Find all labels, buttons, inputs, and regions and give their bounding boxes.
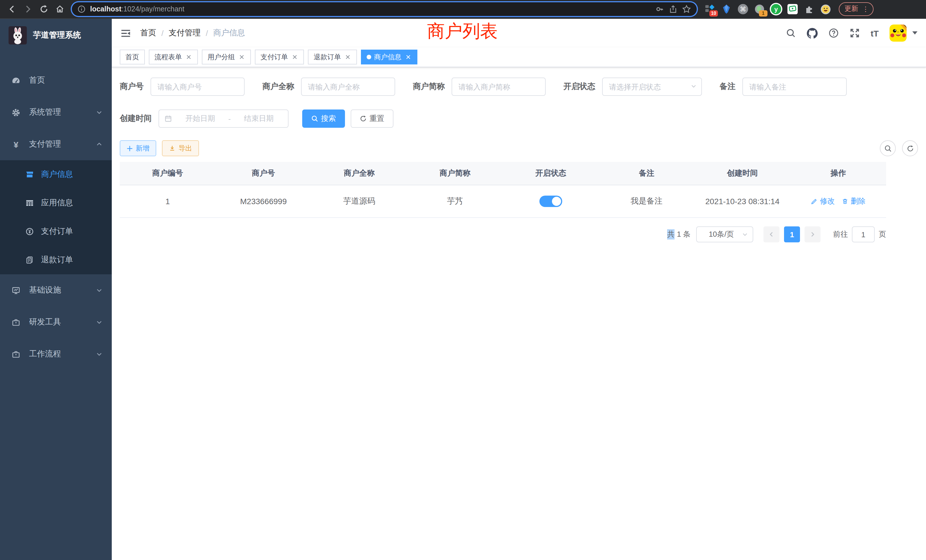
tag-home[interactable]: 首页 [120, 50, 145, 64]
close-icon[interactable] [344, 53, 351, 61]
edit-link[interactable]: 修改 [811, 196, 835, 206]
browser-home-button[interactable] [53, 2, 67, 17]
prev-page-button[interactable] [764, 226, 779, 242]
short-name-input[interactable] [452, 77, 546, 96]
start-date-placeholder[interactable]: 开始日期 [176, 114, 224, 124]
arrow-right-icon [23, 5, 32, 14]
fullscreen-icon[interactable] [850, 28, 860, 38]
extension-y-icon[interactable]: y [771, 4, 781, 14]
sidebar-item-label: 系统管理 [29, 107, 61, 118]
user-avatar[interactable] [890, 24, 906, 42]
briefcase-icon [11, 318, 21, 327]
extension-pin-icon[interactable]: 10 [705, 4, 715, 14]
page-size-select[interactable]: 10条/页 [696, 226, 753, 242]
close-icon[interactable] [291, 53, 298, 61]
sidebar-fold-icon[interactable] [120, 28, 131, 38]
add-button[interactable]: 新增 [120, 140, 156, 156]
extension-profile-icon[interactable]: 1 [754, 4, 765, 14]
sidebar-item-app-info[interactable]: 应用信息 [0, 189, 112, 217]
close-icon[interactable] [185, 53, 192, 61]
tag-label: 退款订单 [313, 52, 341, 62]
sidebar-item-merchant-info[interactable]: 商户信息 [0, 160, 112, 189]
show-search-button[interactable] [880, 140, 896, 156]
extension-gem-icon[interactable] [721, 4, 732, 14]
reset-button[interactable]: 重置 [351, 109, 393, 128]
screen: localhost:1024/pay/merchant 10 ⌘ [0, 0, 926, 560]
share-icon[interactable] [669, 5, 677, 14]
filter-row-1: 商户号 商户全称 商户简称 开启状态 [120, 77, 918, 96]
calendar-icon [164, 115, 172, 123]
sidebar-item-home[interactable]: 首页 [0, 64, 112, 96]
command-glyph: ⌘ [738, 4, 748, 14]
tag-refund-order[interactable]: 退款订单 [308, 50, 357, 64]
remark-input[interactable] [742, 77, 847, 96]
column-header: 商户全称 [311, 168, 407, 179]
sidebar-item-workflow[interactable]: 工作流程 [0, 338, 112, 370]
tag-merchant-info[interactable]: 商户信息 [361, 50, 418, 64]
extension-badge: 10 [709, 10, 718, 17]
refresh-table-button[interactable] [902, 140, 918, 156]
address-bar[interactable]: localhost:1024/pay/merchant [72, 2, 697, 16]
extension-chat-icon[interactable] [787, 4, 798, 14]
browser-menu-icon[interactable]: ⋮ [862, 5, 869, 13]
tag-user-group[interactable]: 用户分组 [202, 50, 251, 64]
close-icon[interactable] [238, 53, 245, 61]
pagination: 共 1 条 10条/页 1 [120, 226, 886, 242]
url-path: :1024/pay/merchant [121, 5, 185, 13]
password-key-icon[interactable] [655, 5, 664, 14]
avatar-caret-icon[interactable] [912, 31, 917, 35]
browser-reload-button[interactable] [36, 2, 51, 17]
tag-process-form[interactable]: 流程表单 [149, 50, 198, 64]
sidebar-item-infra[interactable]: 基础设施 [0, 274, 112, 306]
help-icon[interactable] [829, 28, 839, 38]
cell-create-time: 2021-10-23 08:31:14 [694, 197, 790, 206]
app-logo[interactable]: 芋道管理系统 [0, 19, 112, 52]
current-page-button[interactable]: 1 [784, 226, 800, 242]
main-area: 首页 / 支付管理 / 商户信息 [112, 19, 926, 560]
tag-pay-order[interactable]: 支付订单 [255, 50, 304, 64]
full-name-input[interactable] [301, 77, 395, 96]
status-select-input[interactable] [602, 77, 702, 96]
tag-label: 商户信息 [374, 52, 401, 62]
goto-page-input[interactable] [852, 226, 875, 242]
status-select[interactable] [602, 77, 702, 96]
breadcrumb-pay[interactable]: 支付管理 [169, 28, 201, 38]
bookmark-star-icon[interactable] [682, 5, 691, 14]
sidebar-item-system[interactable]: 系统管理 [0, 96, 112, 128]
cell-full-name: 芋道源码 [311, 196, 407, 206]
sidebar-item-pay[interactable]: ¥ 支付管理 [0, 128, 112, 160]
search-icon[interactable] [786, 28, 796, 38]
browser-back-button[interactable] [5, 2, 20, 17]
github-icon[interactable] [807, 28, 818, 38]
date-separator: - [228, 114, 231, 123]
chevron-left-icon [769, 232, 774, 237]
sidebar-item-label: 工作流程 [29, 349, 61, 359]
page-info-icon[interactable] [77, 5, 86, 13]
font-size-icon[interactable]: tT [871, 29, 879, 37]
sidebar-item-label: 支付管理 [29, 139, 61, 150]
filter-row-2: 创建时间 开始日期 - 结束日期 搜索 [120, 109, 918, 128]
breadcrumb-home[interactable]: 首页 [140, 28, 156, 38]
sidebar-item-refund-order[interactable]: 退款订单 [0, 246, 112, 274]
sidebar-item-dev-tools[interactable]: 研发工具 [0, 306, 112, 338]
export-button[interactable]: 导出 [162, 140, 199, 156]
browser-forward-button[interactable] [21, 2, 35, 17]
delete-link[interactable]: 删除 [841, 196, 865, 206]
date-range-picker[interactable]: 开始日期 - 结束日期 [159, 109, 289, 128]
extension-command-icon[interactable]: ⌘ [738, 4, 748, 14]
field-label: 备注 [720, 82, 735, 92]
merchant-status-toggle[interactable] [539, 195, 562, 207]
pagination-goto: 前往 页 [833, 226, 886, 242]
close-icon[interactable] [404, 53, 412, 61]
yen-icon: ¥ [11, 140, 21, 149]
monitor-icon [11, 286, 21, 295]
extensions-puzzle-icon[interactable] [804, 4, 814, 14]
browser-update-button[interactable]: 更新 ⋮ [839, 2, 873, 16]
next-page-button[interactable] [805, 226, 820, 242]
merchant-no-input[interactable] [151, 77, 245, 96]
sidebar-item-pay-order[interactable]: 支付订单 [0, 217, 112, 246]
end-date-placeholder[interactable]: 结束日期 [235, 114, 283, 124]
browser-avatar[interactable] [820, 4, 831, 14]
yen-circle-icon [25, 227, 34, 236]
search-button[interactable]: 搜索 [302, 109, 345, 128]
